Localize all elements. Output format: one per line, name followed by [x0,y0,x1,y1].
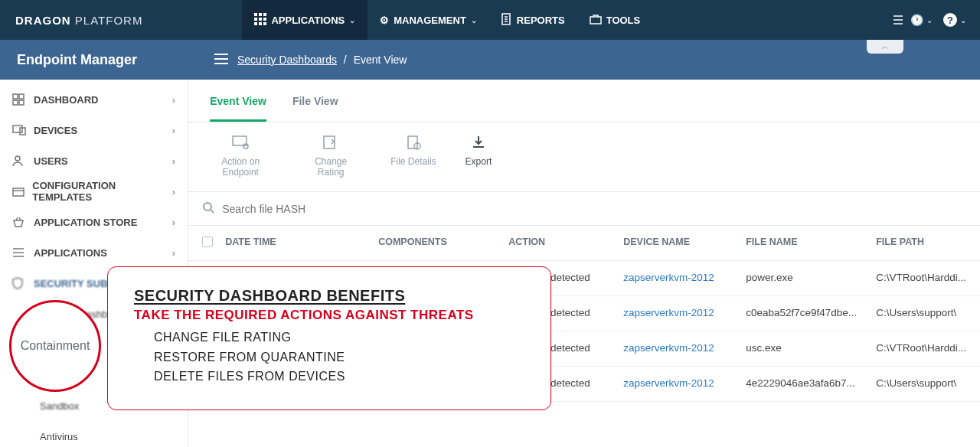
sidebar-item-label: DASHBOARD [34,94,99,106]
svg-rect-4 [259,18,262,21]
cell-device[interactable]: zapserverkvm-2012 [623,307,746,320]
svg-rect-13 [590,17,601,24]
toolbar: Action on Endpoint Change Rating File De… [188,122,980,192]
callout-bullet: RESTORE FROM QUARANTINE [154,347,528,367]
template-icon [12,186,24,197]
breadcrumb-sep: / [344,54,347,66]
sidebar-item-label: USERS [34,155,68,167]
svg-rect-21 [19,94,24,99]
sidebar-item-label: CONFIGURATION TEMPLATES [32,180,165,203]
svg-rect-20 [13,94,18,99]
svg-rect-3 [254,18,257,21]
col-components[interactable]: COMPONENTS [378,237,508,250]
help-menu[interactable]: ? ⌄ [943,13,966,27]
breadcrumb-current: Event View [354,54,407,66]
svg-rect-1 [259,13,262,16]
list-icon [12,247,26,258]
nav-tools[interactable]: TOOLS [577,0,653,40]
callout-bullet: CHANGE FILE RATING [154,328,528,347]
sidebar-item-label: DEVICES [34,125,77,136]
dashboard-icon [12,93,26,106]
tool-label: Action on Endpoint [210,156,271,178]
svg-line-38 [211,210,214,213]
schedule-menu[interactable]: 🕐 ⌄ [893,14,933,26]
svg-rect-7 [259,22,262,25]
brand-part1: DRAGON [15,14,71,27]
search-icon [202,201,214,216]
chevron-right-icon: › [172,217,175,228]
col-action[interactable]: ACTION [508,237,623,250]
help-icon: ? [943,13,957,27]
tab-file-view[interactable]: File View [292,95,338,122]
tool-file-details[interactable]: File Details [390,133,436,178]
sidebar-item-devices[interactable]: DEVICES› [0,115,188,145]
tool-action-endpoint[interactable]: Action on Endpoint [210,133,271,178]
cell-filepath: C:\Users\support\ [876,377,966,390]
tool-label: File Details [390,156,436,167]
nav-management[interactable]: ⚙ MANAGEMENT ⌄ [368,0,489,40]
cell-filename: c0eaba52f7ce9f47dbe... [746,307,876,320]
chevron-down-icon: ⌄ [471,16,477,24]
shield-icon [12,277,26,289]
table-header: DATE TIME COMPONENTS ACTION DEVICE NAME … [188,226,980,261]
user-icon [12,155,26,167]
search-bar [188,192,980,226]
clock-icon: 🕐 [910,14,923,26]
svg-rect-27 [13,188,24,196]
sidebar-item-config-templates[interactable]: CONFIGURATION TEMPLATES› [0,176,188,207]
col-filename[interactable]: FILE NAME [746,237,876,250]
tab-bar: Event View File View [188,80,980,122]
cell-filename: 4e2229046ae3afa6b7... [746,377,876,390]
collapse-handle[interactable]: ︿ [867,40,903,54]
tool-label: Export [466,156,492,167]
sidebar-item-app-store[interactable]: APPLICATION STORE› [0,207,188,237]
sidebar-sub-antivirus[interactable]: Antivirus [0,421,188,447]
cell-device[interactable]: zapserverkvm-2012 [623,272,746,285]
tool-export[interactable]: Export [466,133,492,178]
col-device[interactable]: DEVICE NAME [623,237,746,250]
callout-lens: Containment [9,300,101,392]
svg-rect-23 [19,100,24,105]
svg-point-37 [204,203,211,210]
cell-device[interactable]: zapserverkvm-2012 [623,377,746,390]
search-input[interactable] [222,203,966,215]
sidebar-item-users[interactable]: USERS› [0,145,188,176]
nav-applications[interactable]: APPLICATIONS ⌄ [242,0,368,40]
breadcrumb-root[interactable]: Security Dashboards [237,54,337,66]
nav-label: REPORTS [517,15,565,26]
sidebar-item-label: APPLICATION STORE [34,217,137,228]
hamburger-icon[interactable] [214,54,228,67]
svg-rect-8 [263,22,266,25]
sidebar-item-label: Antivirus [40,431,78,442]
nav-label: MANAGEMENT [394,15,466,26]
svg-rect-0 [254,13,257,16]
sidebar-item-applications[interactable]: APPLICATIONS› [0,237,188,268]
lens-label: Containment [21,339,90,353]
chevron-up-icon: ︿ [881,41,889,52]
chevron-down-icon: ⌄ [926,16,933,24]
cell-device[interactable]: zapserverkvm-2012 [623,342,746,355]
chevron-right-icon: › [172,155,175,167]
tool-change-rating[interactable]: Change Rating [300,133,361,178]
callout-box: SECURITY DASHBOARD BENEFITS TAKE THE REQ… [107,266,551,410]
chevron-down-icon: ⌄ [960,16,966,24]
callout-bullets: CHANGE FILE RATING RESTORE FROM QUARANTI… [134,328,528,387]
top-bar: DRAGON PLATFORM APPLICATIONS ⌄ ⚙ MANAGEM… [0,0,980,40]
gear-icon: ⚙ [380,15,389,26]
svg-rect-22 [13,100,18,105]
top-right: 🕐 ⌄ ? ⌄ [893,13,980,27]
svg-rect-24 [13,126,22,132]
sidebar-item-dashboard[interactable]: DASHBOARD› [0,84,188,115]
checkbox[interactable] [202,237,213,247]
col-filepath[interactable]: FILE PATH [876,237,966,250]
sub-header-row: Endpoint Manager Security Dashboards / E… [0,40,980,80]
svg-point-26 [15,156,20,161]
brand: DRAGON PLATFORM [0,14,158,27]
cell-filename: usc.exe [746,342,876,355]
col-datetime[interactable]: DATE TIME [225,237,378,250]
nav-label: APPLICATIONS [271,15,345,26]
breadcrumb: Security Dashboards / Event View [237,54,407,66]
tab-event-view[interactable]: Event View [210,95,266,122]
svg-rect-2 [263,13,266,16]
nav-reports[interactable]: REPORTS [489,0,577,40]
